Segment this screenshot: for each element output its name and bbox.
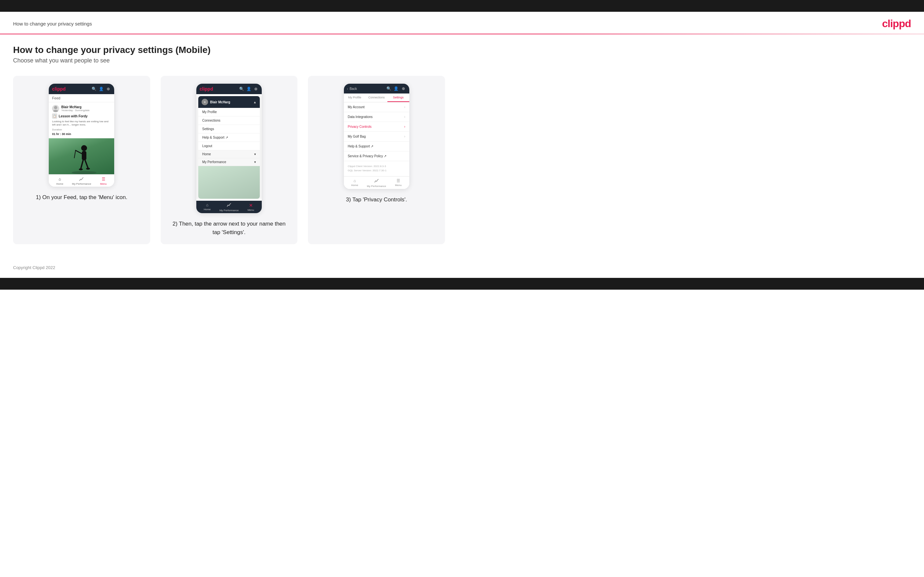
performance-label: My Performance bbox=[367, 185, 386, 188]
setting-label: Privacy Controls bbox=[348, 125, 372, 129]
setting-my-account[interactable]: My Account › bbox=[344, 102, 409, 112]
steps-container: clippd 🔍 👤 ⊕ Feed bbox=[13, 76, 445, 244]
setting-label: Data Integrations bbox=[348, 115, 373, 119]
svg-line-7 bbox=[81, 160, 83, 169]
chevron-down-icon: ▾ bbox=[254, 160, 256, 164]
svg-line-8 bbox=[85, 160, 88, 168]
phone2-header: clippd 🔍 👤 ⊕ bbox=[196, 84, 262, 94]
menu-item-settings[interactable]: Settings bbox=[198, 125, 260, 134]
nav-home[interactable]: ⌂ Home bbox=[49, 177, 71, 185]
phone-mockup-1: clippd 🔍 👤 ⊕ Feed bbox=[49, 84, 114, 187]
svg-line-5 bbox=[76, 150, 82, 154]
post-desc: Looking to feel like my hands are exitin… bbox=[52, 120, 111, 127]
tab-my-profile[interactable]: My Profile bbox=[344, 93, 366, 102]
feed-label: Feed bbox=[49, 94, 114, 102]
step-2-card: clippd 🔍 👤 ⊕ B Blair McHarg bbox=[161, 76, 298, 244]
setting-service-privacy[interactable]: Service & Privacy Policy ↗ bbox=[344, 152, 409, 161]
nav-close[interactable]: ✕ Menu bbox=[240, 203, 262, 212]
menu-overlay: B Blair McHarg ▲ My Profile Connections … bbox=[198, 96, 260, 199]
avatar bbox=[52, 105, 59, 112]
user-icon: 👤 bbox=[394, 86, 399, 91]
step-1-card: clippd 🔍 👤 ⊕ Feed bbox=[13, 76, 150, 244]
menu-item-help[interactable]: Help & Support ↗ bbox=[198, 134, 260, 142]
chevron-right-icon: › bbox=[404, 115, 405, 119]
setting-help[interactable]: Help & Support ↗ bbox=[344, 142, 409, 152]
header: How to change your privacy settings clip… bbox=[0, 12, 924, 34]
phone2-icons: 🔍 👤 ⊕ bbox=[239, 86, 258, 92]
menu-username: Blair McHarg bbox=[210, 100, 230, 104]
menu-label: Menu bbox=[395, 184, 401, 187]
setting-label: Help & Support ↗ bbox=[348, 145, 374, 148]
setting-data-integrations[interactable]: Data Integrations › bbox=[344, 112, 409, 122]
home-icon: ⌂ bbox=[206, 203, 208, 207]
logo: clippd bbox=[882, 18, 911, 30]
nav-home[interactable]: ⌂ Home bbox=[196, 203, 218, 212]
setting-privacy-controls[interactable]: Privacy Controls › bbox=[344, 122, 409, 132]
page-subtitle: Choose what you want people to see bbox=[13, 57, 445, 64]
phone2-body: B Blair McHarg ▲ My Profile Connections … bbox=[196, 96, 262, 199]
version-line-1: Clippd Client Version: 2022.8.3-3 bbox=[348, 164, 405, 169]
chevron-down-icon: ▾ bbox=[254, 152, 256, 156]
home-icon: ⌂ bbox=[57, 177, 63, 182]
phone3-back-bar: ‹ Back 🔍 👤 ⊕ bbox=[344, 84, 409, 93]
plus-circle-icon: ⊕ bbox=[401, 86, 406, 91]
performance-icon bbox=[227, 203, 231, 208]
nav-home[interactable]: ⌂ Home bbox=[344, 179, 366, 188]
nav-menu[interactable]: ☰ Menu bbox=[93, 177, 115, 185]
svg-point-3 bbox=[81, 145, 87, 151]
lesson-icon: 📋 bbox=[52, 113, 57, 119]
setting-label: My Account bbox=[348, 105, 365, 109]
header-divider bbox=[0, 34, 924, 34]
svg-point-9 bbox=[79, 168, 83, 170]
menu-item-profile[interactable]: My Profile bbox=[198, 108, 260, 116]
chevron-up-icon: ▲ bbox=[253, 100, 257, 104]
phone1-bottom-nav: ⌂ Home My Performance ☰ Menu bbox=[49, 174, 114, 187]
phone-mockup-3: ‹ Back 🔍 👤 ⊕ My Profile Connections Sett… bbox=[344, 84, 409, 189]
nav-performance[interactable]: My Performance bbox=[71, 177, 93, 185]
menu-avatar: B bbox=[202, 99, 208, 105]
plus-circle-icon: ⊕ bbox=[253, 86, 258, 92]
step-3-card: ‹ Back 🔍 👤 ⊕ My Profile Connections Sett… bbox=[308, 76, 445, 244]
home-label: Home bbox=[204, 208, 211, 211]
phone1-icons: 🔍 👤 ⊕ bbox=[91, 86, 111, 92]
tab-connections[interactable]: Connections bbox=[365, 93, 388, 102]
svg-line-6 bbox=[74, 150, 76, 158]
svg-point-10 bbox=[86, 168, 90, 170]
menu-user-header: B Blair McHarg ▲ bbox=[198, 96, 260, 108]
golfer-svg bbox=[71, 140, 97, 174]
back-button[interactable]: ‹ Back bbox=[347, 87, 357, 90]
performance-icon bbox=[374, 179, 379, 184]
search-icon: 🔍 bbox=[386, 86, 392, 91]
nav-performance[interactable]: My Performance bbox=[218, 203, 240, 212]
home-label: Home bbox=[351, 184, 358, 187]
phone2-logo: clippd bbox=[200, 86, 213, 92]
performance-label: My Performance bbox=[72, 182, 91, 185]
menu-icon: ☰ bbox=[101, 177, 106, 182]
main-content: How to change your privacy settings (Mob… bbox=[0, 45, 458, 257]
menu-section-home[interactable]: Home ▾ bbox=[198, 150, 260, 158]
svg-point-1 bbox=[53, 110, 58, 112]
menu-item-connections[interactable]: Connections bbox=[198, 116, 260, 125]
duration-value: 01 hr : 30 min bbox=[52, 132, 111, 136]
tab-settings[interactable]: Settings bbox=[388, 93, 409, 102]
step-3-caption: 3) Tap 'Privacy Controls'. bbox=[346, 195, 407, 204]
post-username: Blair McHarg bbox=[61, 105, 89, 109]
setting-label: My Golf Bag bbox=[348, 135, 366, 138]
menu-section-performance[interactable]: My Performance ▾ bbox=[198, 158, 260, 166]
nav-performance[interactable]: My Performance bbox=[365, 179, 388, 188]
user-icon: 👤 bbox=[99, 86, 104, 92]
version-line-2: GQL Server Version: 2022.7.30-1 bbox=[348, 169, 405, 173]
chevron-right-icon: › bbox=[404, 105, 405, 109]
chevron-right-icon: › bbox=[404, 125, 405, 129]
lesson-name: Lesson with Fordy bbox=[58, 114, 87, 118]
svg-rect-4 bbox=[82, 151, 86, 160]
nav-menu[interactable]: ☰ Menu bbox=[388, 179, 409, 188]
user-icon: 👤 bbox=[246, 86, 251, 92]
version-info: Clippd Client Version: 2022.8.3-3 GQL Se… bbox=[344, 161, 409, 176]
menu-item-logout[interactable]: Logout bbox=[198, 142, 260, 150]
home-icon: ⌂ bbox=[353, 179, 355, 183]
setting-golf-bag[interactable]: My Golf Bag › bbox=[344, 132, 409, 142]
copyright: Copyright Clippd 2022 bbox=[13, 265, 55, 270]
setting-label: Service & Privacy Policy ↗ bbox=[348, 154, 387, 158]
step-2-caption: 2) Then, tap the arrow next to your name… bbox=[168, 220, 290, 236]
